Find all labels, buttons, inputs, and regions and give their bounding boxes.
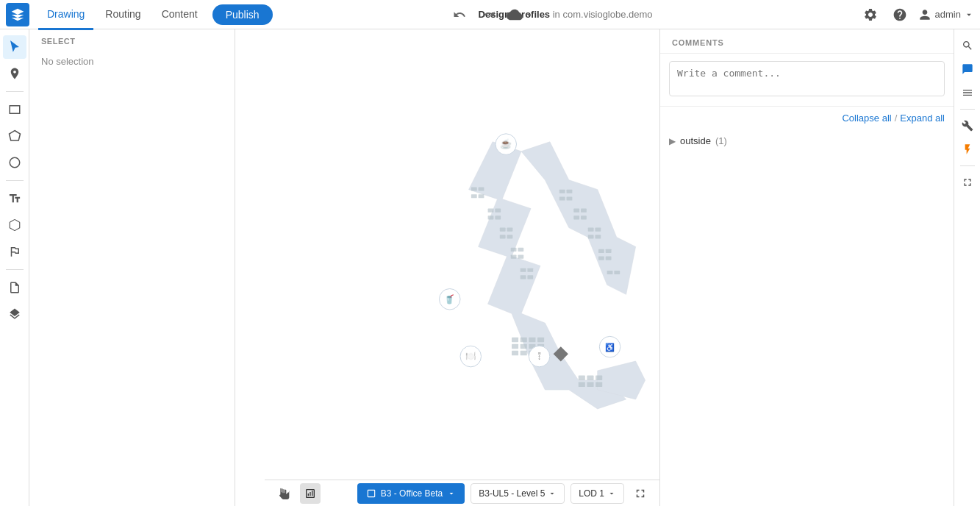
svg-rect-57 xyxy=(579,376,585,380)
top-navigation: Drawing Routing Content Publish Design_p… xyxy=(0,0,980,29)
svg-rect-28 xyxy=(567,190,573,193)
svg-text:≡: ≡ xyxy=(538,351,541,357)
cloud-sync-button[interactable] xyxy=(507,7,533,23)
bottom-bar: B3 - Office Beta B3-UL5 - Level 5 LOD 1 xyxy=(265,480,659,506)
svg-rect-30 xyxy=(567,196,573,200)
svg-text:🍽️: 🍽️ xyxy=(465,351,476,361)
svg-rect-50 xyxy=(521,344,527,349)
svg-rect-26 xyxy=(527,275,533,279)
no-selection-text: No selection xyxy=(29,50,235,73)
tool-cursor[interactable] xyxy=(3,35,26,59)
tool-text[interactable] xyxy=(3,187,26,210)
tool-terrain[interactable] xyxy=(3,240,26,263)
svg-rect-7 xyxy=(471,187,477,190)
svg-point-2 xyxy=(10,157,20,168)
main-layout: SELECT No selection xyxy=(0,29,980,506)
svg-rect-46 xyxy=(521,338,527,342)
tab-content[interactable]: Content xyxy=(153,1,207,30)
svg-rect-9 xyxy=(471,194,477,198)
chat-icon-btn[interactable] xyxy=(957,59,978,79)
list-icon-btn[interactable] xyxy=(957,82,978,103)
tool-rectangle[interactable] xyxy=(3,98,26,121)
svg-rect-29 xyxy=(559,196,565,200)
user-menu[interactable]: admin xyxy=(918,7,974,22)
svg-rect-8 xyxy=(479,187,484,190)
left-panel: SELECT No selection xyxy=(29,29,235,506)
separator: / xyxy=(895,113,898,124)
lightning-icon-btn[interactable] xyxy=(957,139,978,160)
svg-rect-11 xyxy=(488,209,494,213)
svg-rect-15 xyxy=(500,228,506,232)
svg-rect-43 xyxy=(607,271,613,274)
svg-text:♿: ♿ xyxy=(605,343,615,352)
floor-tool-button[interactable] xyxy=(300,483,321,504)
svg-rect-48 xyxy=(537,338,544,342)
svg-rect-25 xyxy=(521,275,526,279)
comment-count: (1) xyxy=(715,135,727,146)
redo-button[interactable] xyxy=(477,3,501,26)
svg-rect-24 xyxy=(527,268,533,272)
floor-plan-canvas: ☕ 🥤 🍽️ ↕ ≡ ♿ xyxy=(235,29,659,506)
right-icon-bar xyxy=(954,29,980,506)
comment-chevron-icon: ▶ xyxy=(669,136,676,146)
publish-button[interactable]: Publish xyxy=(212,4,273,25)
comment-input[interactable] xyxy=(669,61,945,96)
svg-text:☕: ☕ xyxy=(500,138,512,150)
svg-rect-40 xyxy=(606,249,612,253)
svg-rect-62 xyxy=(595,382,602,387)
tool-document[interactable] xyxy=(3,276,26,299)
tab-routing[interactable]: Routing xyxy=(96,1,149,30)
app-logo xyxy=(6,3,29,26)
level-label: B3-UL5 - Level 5 xyxy=(479,488,545,499)
lod-label: LOD 1 xyxy=(579,488,604,499)
svg-rect-38 xyxy=(595,235,601,238)
svg-rect-16 xyxy=(507,228,513,232)
right-panel: COMMENTS Collapse all / Expand all ▶ out… xyxy=(659,29,954,506)
svg-rect-60 xyxy=(579,382,585,387)
floor-label: B3 - Office Beta xyxy=(381,488,443,499)
tool-layers[interactable] xyxy=(3,302,26,326)
svg-rect-19 xyxy=(511,248,517,252)
expand-all-link[interactable]: Expand all xyxy=(900,113,945,124)
svg-rect-45 xyxy=(512,338,518,342)
comment-label: outside xyxy=(680,135,711,146)
fullscreen-expand-icon-btn[interactable] xyxy=(957,172,978,193)
svg-rect-61 xyxy=(587,382,593,387)
svg-rect-13 xyxy=(488,215,494,219)
user-name: admin xyxy=(935,9,961,20)
wrench-icon-btn[interactable] xyxy=(957,115,978,136)
svg-rect-23 xyxy=(521,268,526,272)
topnav-right-controls: admin xyxy=(859,3,974,26)
comment-input-wrapper xyxy=(660,54,954,107)
tool-3dbox[interactable] xyxy=(3,213,26,237)
pan-tool-button[interactable] xyxy=(273,483,294,504)
help-button[interactable] xyxy=(888,3,912,26)
tool-navigate[interactable] xyxy=(3,62,26,85)
level-selector-button[interactable]: B3-UL5 - Level 5 xyxy=(471,483,565,504)
search-icon-btn[interactable] xyxy=(957,35,978,56)
undo-button[interactable] xyxy=(448,3,471,26)
svg-rect-36 xyxy=(595,228,601,232)
svg-rect-34 xyxy=(581,215,587,219)
fullscreen-button[interactable] xyxy=(630,483,651,504)
tab-drawing[interactable]: Drawing xyxy=(38,1,93,30)
canvas-area[interactable]: ☕ 🥤 🍽️ ↕ ≡ ♿ xyxy=(235,29,659,506)
svg-rect-22 xyxy=(518,254,523,258)
svg-rect-17 xyxy=(500,235,506,238)
collapse-all-link[interactable]: Collapse all xyxy=(842,113,891,124)
comments-header: COMMENTS xyxy=(660,29,954,54)
lod-selector-button[interactable]: LOD 1 xyxy=(571,483,624,504)
svg-marker-1 xyxy=(9,131,20,141)
svg-rect-59 xyxy=(595,376,602,380)
left-tool-sidebar xyxy=(0,29,29,506)
floor-selector-button[interactable]: B3 - Office Beta xyxy=(357,483,465,504)
svg-rect-14 xyxy=(495,215,501,219)
tool-circle[interactable] xyxy=(3,151,26,174)
svg-text:🥤: 🥤 xyxy=(444,294,455,304)
collapse-expand-row: Collapse all / Expand all xyxy=(660,107,954,129)
settings-button[interactable] xyxy=(859,3,882,26)
tool-polygon[interactable] xyxy=(3,124,26,148)
svg-rect-54 xyxy=(521,351,527,355)
comment-item-outside[interactable]: ▶ outside (1) xyxy=(660,129,954,152)
svg-rect-27 xyxy=(559,190,565,193)
